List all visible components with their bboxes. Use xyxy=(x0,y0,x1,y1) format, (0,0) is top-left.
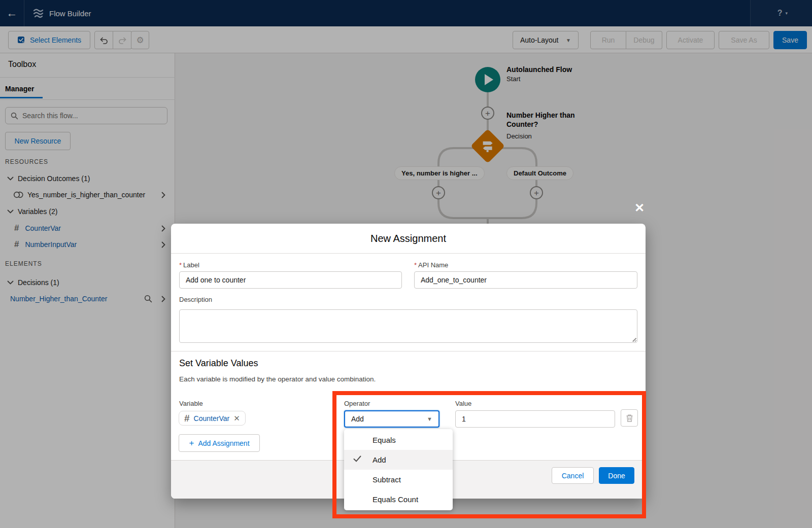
delete-assignment-button[interactable] xyxy=(621,409,638,427)
plus-icon: + xyxy=(189,438,194,448)
section-help-text: Each variable is modified by the operato… xyxy=(179,375,376,383)
label-input[interactable] xyxy=(179,271,402,289)
label-text: Label xyxy=(183,261,199,269)
operator-selected-value: Add xyxy=(351,415,364,423)
cancel-button[interactable]: Cancel xyxy=(552,467,594,484)
required-asterisk: * xyxy=(414,261,417,269)
close-modal-button[interactable]: ✕ xyxy=(632,200,647,216)
api-name-input[interactable] xyxy=(414,271,637,289)
divider xyxy=(171,351,646,351)
operator-dropdown-list: Equals Add Subtract Equals Count xyxy=(344,429,453,510)
variable-pill[interactable]: # CounterVar ✕ xyxy=(179,411,246,426)
operator-option-equals-count[interactable]: Equals Count xyxy=(344,489,453,509)
variable-pill-label: CounterVar xyxy=(194,414,230,423)
operator-column-label: Operator xyxy=(344,400,370,407)
cancel-label: Cancel xyxy=(562,472,584,480)
chevron-down-icon: ▼ xyxy=(427,416,432,422)
variable-column-label: Variable xyxy=(179,400,203,407)
add-assignment-label: Add Assignment xyxy=(198,439,249,447)
check-icon xyxy=(353,455,361,462)
done-button[interactable]: Done xyxy=(599,467,634,484)
option-label: Equals Count xyxy=(373,495,418,504)
required-asterisk: * xyxy=(179,261,182,269)
number-variable-icon: # xyxy=(184,413,190,424)
option-label: Add xyxy=(373,455,386,464)
modal-header: New Assignment xyxy=(171,224,646,254)
operator-combobox[interactable]: Add ▼ xyxy=(344,410,439,428)
option-label: Equals xyxy=(373,436,396,444)
close-icon: ✕ xyxy=(634,201,645,215)
done-label: Done xyxy=(608,472,625,480)
operator-option-equals[interactable]: Equals xyxy=(344,430,453,450)
operator-option-add[interactable]: Add xyxy=(344,450,453,470)
value-column-label: Value xyxy=(455,400,471,407)
trash-icon xyxy=(626,414,633,423)
remove-variable-icon[interactable]: ✕ xyxy=(233,414,240,423)
api-name-field-label: *API Name xyxy=(414,261,448,269)
option-label: Subtract xyxy=(373,475,401,484)
description-textarea[interactable] xyxy=(179,309,637,343)
set-variable-values-heading: Set Variable Values xyxy=(179,358,258,369)
api-name-text: API Name xyxy=(418,261,448,269)
label-field-label: *Label xyxy=(179,261,199,269)
add-assignment-button[interactable]: + Add Assignment xyxy=(179,434,260,452)
modal-title: New Assignment xyxy=(370,233,446,244)
value-input[interactable] xyxy=(455,410,615,428)
operator-option-subtract[interactable]: Subtract xyxy=(344,470,453,489)
description-field-label: Description xyxy=(179,296,212,303)
